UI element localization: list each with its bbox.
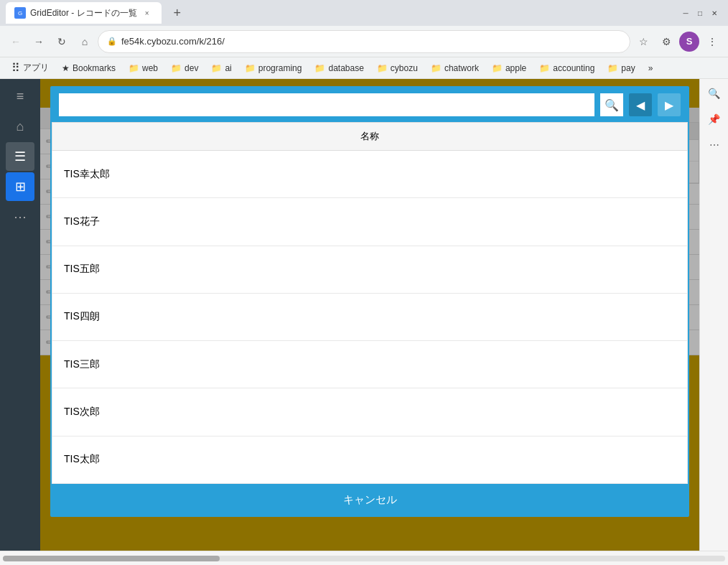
modal-search-button[interactable]: 🔍 — [600, 93, 623, 116]
search-icon: 🔍 — [605, 98, 619, 112]
bookmark-database-label: database — [328, 63, 363, 73]
minimize-button[interactable]: ─ — [681, 8, 691, 18]
modal-table-row[interactable]: TIS三郎 — [52, 341, 688, 388]
close-button[interactable]: ✕ — [709, 8, 719, 18]
window-controls: ─ □ ✕ — [681, 8, 719, 18]
modal-table-cell[interactable]: TIS幸太郎 — [52, 151, 688, 198]
right-sidebar: 🔍 📌 ⋯ — [699, 79, 728, 551]
tab-close-button[interactable]: × — [141, 7, 153, 19]
folder-ai-icon: 📁 — [211, 63, 222, 73]
bookmark-chatwork-label: chatwork — [444, 63, 479, 73]
lock-icon: 🔒 — [107, 37, 117, 46]
bookmark-pay[interactable]: 📁 pay — [602, 61, 640, 75]
modal-table-cell[interactable]: TIS太郎 — [52, 436, 688, 483]
tab-title: GridEditor - レコードの一覧 — [30, 7, 137, 19]
profile-button[interactable]: S — [679, 32, 699, 52]
modal-table-row[interactable]: TIS花子 — [52, 198, 688, 246]
folder-accounting-icon: 📁 — [539, 63, 550, 73]
modal-search-input[interactable] — [59, 93, 594, 116]
modal-prev-button[interactable]: ◀ — [629, 93, 652, 116]
modal-search-bar: 🔍 ◀ ▶ — [52, 88, 688, 122]
menu-button[interactable]: ⋮ — [702, 32, 722, 52]
sidebar-home-icon[interactable]: ⌂ — [6, 112, 34, 141]
folder-web-icon: 📁 — [129, 63, 139, 73]
bookmark-cybozu-label: cybozu — [391, 63, 418, 73]
active-tab[interactable]: G GridEditor - レコードの一覧 × — [6, 2, 162, 24]
bookmark-bookmarks-label: Bookmarks — [73, 63, 116, 73]
modal-table-cell[interactable]: TIS花子 — [52, 198, 688, 246]
reload-button[interactable]: ↻ — [52, 32, 72, 52]
modal-table-row[interactable]: TIS四朗 — [52, 293, 688, 340]
folder-dev-icon: 📁 — [171, 63, 182, 73]
maximize-button[interactable]: □ — [695, 8, 705, 18]
bookmark-pay-label: pay — [621, 63, 635, 73]
bookmarks-bar: ⠿ アプリ ★ Bookmarks 📁 web 📁 dev 📁 ai 📁 pro… — [0, 57, 728, 79]
bookmark-accounting[interactable]: 📁 accounting — [533, 61, 600, 75]
folder-database-icon: 📁 — [314, 63, 325, 73]
bookmark-dev-label: dev — [185, 63, 198, 73]
modal-next-button[interactable]: ▶ — [658, 93, 681, 116]
bookmark-accounting-label: accounting — [553, 63, 594, 73]
sidebar-grid-icon[interactable]: ⊞ — [6, 172, 34, 201]
pin-icon[interactable]: 📌 — [703, 108, 726, 131]
modal-table-row[interactable]: TIS幸太郎 — [52, 151, 688, 198]
modal-cancel-bar: キャンセル — [52, 484, 688, 515]
bookmark-apps-label: アプリ — [23, 62, 49, 74]
page-content: ≡ ⌂ ☰ ⊞ ⋯ ✏ ⧉ ✏ ⧉ ✏ ⧉ ✏ ⧉ ✏ ⧉ ✏ ⧉ — [0, 79, 728, 551]
modal-table-row[interactable]: TIS五郎 — [52, 246, 688, 293]
folder-cybozu-icon: 📁 — [377, 63, 388, 73]
modal-table-cell[interactable]: TIS三郎 — [52, 341, 688, 388]
folder-chatwork-icon: 📁 — [431, 63, 442, 73]
bookmark-more[interactable]: » — [643, 61, 659, 75]
left-sidebar: ≡ ⌂ ☰ ⊞ ⋯ — [0, 79, 40, 551]
forward-button[interactable]: → — [29, 32, 49, 52]
sidebar-list-icon[interactable]: ☰ — [6, 142, 34, 171]
folder-apple-icon: 📁 — [492, 63, 503, 73]
modal-overlay: 🔍 ◀ ▶ 名称 TIS幸太郎TIS花子TIS五郎TIS四朗TIS三郎TIS次郎… — [40, 79, 699, 551]
modal-dialog: 🔍 ◀ ▶ 名称 TIS幸太郎TIS花子TIS五郎TIS四朗TIS三郎TIS次郎… — [50, 86, 689, 517]
bookmark-apple[interactable]: 📁 apple — [486, 61, 532, 75]
folder-pay-icon: 📁 — [607, 63, 618, 73]
browser-scrollbar[interactable] — [0, 551, 728, 565]
modal-table-cell[interactable]: TIS四朗 — [52, 293, 688, 340]
apps-icon: ⠿ — [11, 61, 20, 75]
bookmark-dev[interactable]: 📁 dev — [165, 61, 204, 75]
search-right-icon[interactable]: 🔍 — [703, 82, 726, 105]
modal-table-row[interactable]: TIS次郎 — [52, 388, 688, 436]
bookmark-apps[interactable]: ⠿ アプリ — [6, 59, 55, 77]
browser-navbar: ← → ↻ ⌂ 🔒 fe54k.cybozu.com/k/216/ ☆ ⚙ S … — [0, 26, 728, 57]
more-right-icon[interactable]: ⋯ — [703, 134, 726, 157]
more-bookmarks-icon: » — [648, 63, 653, 73]
bookmark-star-button[interactable]: ☆ — [633, 32, 653, 52]
bookmark-bookmarks[interactable]: ★ Bookmarks — [56, 61, 121, 75]
sidebar-more-icon[interactable]: ⋯ — [6, 202, 34, 231]
scrollbar-thumb[interactable] — [3, 556, 220, 561]
bookmark-ai-label: ai — [225, 63, 231, 73]
bookmark-programing-label: programing — [258, 63, 302, 73]
back-button[interactable]: ← — [6, 32, 26, 52]
bookmark-apple-label: apple — [505, 63, 526, 73]
modal-table-row[interactable]: TIS太郎 — [52, 436, 688, 483]
bookmark-ai[interactable]: 📁 ai — [205, 61, 237, 75]
scrollbar-track[interactable] — [3, 556, 725, 561]
bookmark-database[interactable]: 📁 database — [309, 61, 369, 75]
home-button[interactable]: ⌂ — [75, 32, 95, 52]
bookmark-cybozu[interactable]: 📁 cybozu — [371, 61, 424, 75]
bookmark-web-label: web — [142, 63, 158, 73]
bookmark-web[interactable]: 📁 web — [123, 61, 164, 75]
modal-table: 名称 TIS幸太郎TIS花子TIS五郎TIS四朗TIS三郎TIS次郎TIS太郎 — [52, 122, 688, 484]
modal-table-cell[interactable]: TIS五郎 — [52, 246, 688, 293]
tab-favicon: G — [14, 7, 26, 19]
star-icon: ★ — [62, 63, 70, 73]
new-tab-button[interactable]: + — [167, 3, 187, 23]
address-bar[interactable]: 🔒 fe54k.cybozu.com/k/216/ — [98, 30, 630, 53]
url-text: fe54k.cybozu.com/k/216/ — [121, 36, 621, 47]
modal-cancel-button[interactable]: キャンセル — [52, 484, 688, 515]
bookmark-programing[interactable]: 📁 programing — [239, 61, 308, 75]
modal-table-cell[interactable]: TIS次郎 — [52, 388, 688, 436]
browser-titlebar: G GridEditor - レコードの一覧 × + ─ □ ✕ — [0, 0, 728, 26]
extensions-button[interactable]: ⚙ — [656, 32, 676, 52]
bookmark-chatwork[interactable]: 📁 chatwork — [425, 61, 485, 75]
sidebar-menu-icon[interactable]: ≡ — [6, 82, 34, 111]
modal-table-header: 名称 — [52, 123, 688, 151]
